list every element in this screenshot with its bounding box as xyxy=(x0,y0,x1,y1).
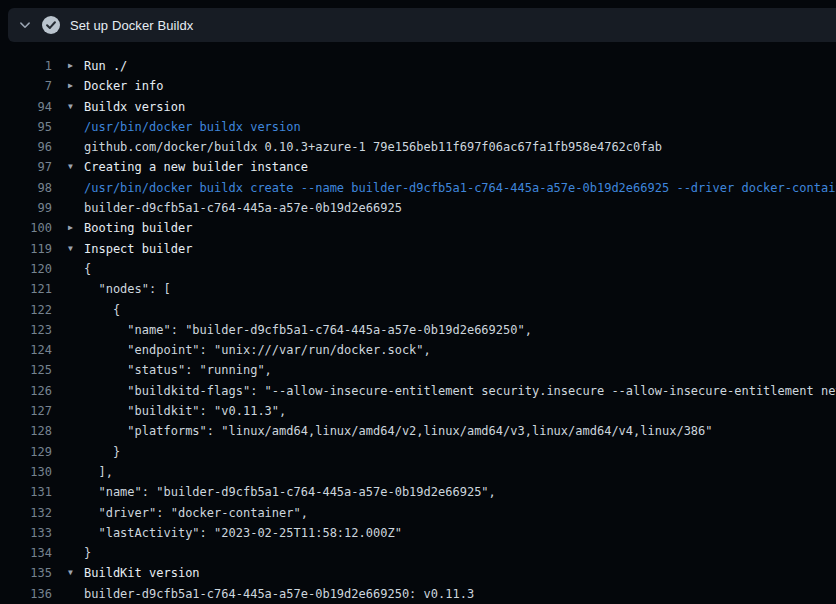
line-number[interactable]: 124 xyxy=(0,340,52,360)
log-line-text: } xyxy=(84,543,91,563)
log-line: 123 "name": "builder-d9cfb5a1-c764-445a-… xyxy=(0,320,836,340)
log-line-text: Buildx version xyxy=(84,97,185,117)
log-line-text: BuildKit version xyxy=(84,563,200,583)
line-number[interactable]: 7 xyxy=(0,76,52,96)
log-line: 130 ], xyxy=(0,462,836,482)
log-line-text: Run ./ xyxy=(84,56,127,76)
check-circle-icon xyxy=(42,16,60,34)
log-line-text: "platforms": "linux/amd64,linux/amd64/v2… xyxy=(84,421,713,441)
group-toggle-icon[interactable]: ▶ xyxy=(68,218,84,238)
line-number[interactable]: 95 xyxy=(0,117,52,137)
log-line-text: github.com/docker/buildx 0.10.3+azure-1 … xyxy=(84,137,662,157)
log-line-text: "buildkit": "v0.11.3", xyxy=(84,401,286,421)
log-line[interactable]: 1 ▶ Run ./ xyxy=(0,56,836,76)
log-line-text: builder-d9cfb5a1-c764-445a-a57e-0b19d2e6… xyxy=(84,198,402,218)
chevron-down-icon[interactable] xyxy=(8,19,42,31)
group-toggle-icon xyxy=(68,462,84,482)
group-toggle-icon[interactable]: ▶ xyxy=(68,56,84,76)
log-line[interactable]: 7 ▶ Docker info xyxy=(0,76,836,96)
log-line[interactable]: 119 ▼ Inspect builder xyxy=(0,239,836,259)
line-number[interactable]: 136 xyxy=(0,584,52,604)
step-header[interactable]: Set up Docker Buildx xyxy=(8,8,836,42)
group-toggle-icon xyxy=(68,523,84,543)
log-line-text: Docker info xyxy=(84,76,163,96)
line-number[interactable]: 99 xyxy=(0,198,52,218)
log-line: 136 builder-d9cfb5a1-c764-445a-a57e-0b19… xyxy=(0,584,836,604)
log-line: 125 "status": "running", xyxy=(0,360,836,380)
log-line-text: /usr/bin/docker buildx create --name bui… xyxy=(84,178,836,198)
line-number[interactable]: 97 xyxy=(0,157,52,177)
group-toggle-icon[interactable]: ▼ xyxy=(68,157,84,177)
log-line-text: "name": "builder-d9cfb5a1-c764-445a-a57e… xyxy=(84,482,496,502)
log-line[interactable]: 94 ▼ Buildx version xyxy=(0,97,836,117)
line-number[interactable]: 98 xyxy=(0,178,52,198)
log-line-text: "nodes": [ xyxy=(84,279,171,299)
log-line: 131 "name": "builder-d9cfb5a1-c764-445a-… xyxy=(0,482,836,502)
group-toggle-icon[interactable]: ▼ xyxy=(68,97,84,117)
log-line: 122 { xyxy=(0,300,836,320)
line-number[interactable]: 121 xyxy=(0,279,52,299)
line-number[interactable]: 1 xyxy=(0,56,52,76)
line-number[interactable]: 120 xyxy=(0,259,52,279)
log-line: 128 "platforms": "linux/amd64,linux/amd6… xyxy=(0,421,836,441)
log-line-text: "driver": "docker-container", xyxy=(84,503,308,523)
log-line: 134 } xyxy=(0,543,836,563)
line-number[interactable]: 123 xyxy=(0,320,52,340)
group-toggle-icon xyxy=(68,381,84,401)
group-toggle-icon[interactable]: ▶ xyxy=(68,76,84,96)
log-line-text: "name": "builder-d9cfb5a1-c764-445a-a57e… xyxy=(84,320,532,340)
line-number[interactable]: 133 xyxy=(0,523,52,543)
group-toggle-icon[interactable]: ▼ xyxy=(68,563,84,583)
log-line-text: } xyxy=(84,442,120,462)
log-line: 127 "buildkit": "v0.11.3", xyxy=(0,401,836,421)
line-number[interactable]: 96 xyxy=(0,137,52,157)
log-line-text: "status": "running", xyxy=(84,360,272,380)
log-line[interactable]: 135 ▼ BuildKit version xyxy=(0,563,836,583)
log-line: 133 "lastActivity": "2023-02-25T11:58:12… xyxy=(0,523,836,543)
line-number[interactable]: 126 xyxy=(0,381,52,401)
group-toggle-icon[interactable]: ▼ xyxy=(68,239,84,259)
log-line-text: "lastActivity": "2023-02-25T11:58:12.000… xyxy=(84,523,402,543)
line-number[interactable]: 132 xyxy=(0,503,52,523)
line-number[interactable]: 131 xyxy=(0,482,52,502)
line-number[interactable]: 125 xyxy=(0,360,52,380)
group-toggle-icon xyxy=(68,198,84,218)
log-line: 96 github.com/docker/buildx 0.10.3+azure… xyxy=(0,137,836,157)
group-toggle-icon xyxy=(68,340,84,360)
log-line: 129 } xyxy=(0,442,836,462)
line-number[interactable]: 135 xyxy=(0,563,52,583)
line-number[interactable]: 94 xyxy=(0,97,52,117)
group-toggle-icon xyxy=(68,137,84,157)
log-line-text: /usr/bin/docker buildx version xyxy=(84,117,301,137)
log-line: 132 "driver": "docker-container", xyxy=(0,503,836,523)
log-line: 99 builder-d9cfb5a1-c764-445a-a57e-0b19d… xyxy=(0,198,836,218)
log-line[interactable]: 97 ▼ Creating a new builder instance xyxy=(0,157,836,177)
group-toggle-icon xyxy=(68,117,84,137)
line-number[interactable]: 129 xyxy=(0,442,52,462)
log-line-text: Inspect builder xyxy=(84,239,192,259)
group-toggle-icon xyxy=(68,320,84,340)
line-number[interactable]: 119 xyxy=(0,239,52,259)
log-line: 124 "endpoint": "unix:///var/run/docker.… xyxy=(0,340,836,360)
group-toggle-icon xyxy=(68,543,84,563)
log-line-text: builder-d9cfb5a1-c764-445a-a57e-0b19d2e6… xyxy=(84,584,474,604)
group-toggle-icon xyxy=(68,401,84,421)
line-number[interactable]: 128 xyxy=(0,421,52,441)
line-number[interactable]: 134 xyxy=(0,543,52,563)
line-number[interactable]: 130 xyxy=(0,462,52,482)
group-toggle-icon xyxy=(68,584,84,604)
log-line[interactable]: 100 ▶ Booting builder xyxy=(0,218,836,238)
group-toggle-icon xyxy=(68,360,84,380)
log-line-text: "endpoint": "unix:///var/run/docker.sock… xyxy=(84,340,431,360)
line-number[interactable]: 100 xyxy=(0,218,52,238)
log-line-text: Creating a new builder instance xyxy=(84,157,308,177)
log-output: 1 ▶ Run ./ 7 ▶ Docker info 94 ▼ Buildx v… xyxy=(0,42,836,604)
group-toggle-icon xyxy=(68,178,84,198)
log-line-text: "buildkitd-flags": "--allow-insecure-ent… xyxy=(84,381,836,401)
line-number[interactable]: 127 xyxy=(0,401,52,421)
group-toggle-icon xyxy=(68,259,84,279)
log-line: 121 "nodes": [ xyxy=(0,279,836,299)
line-number[interactable]: 122 xyxy=(0,300,52,320)
log-line: 95 /usr/bin/docker buildx version xyxy=(0,117,836,137)
log-line: 120 { xyxy=(0,259,836,279)
